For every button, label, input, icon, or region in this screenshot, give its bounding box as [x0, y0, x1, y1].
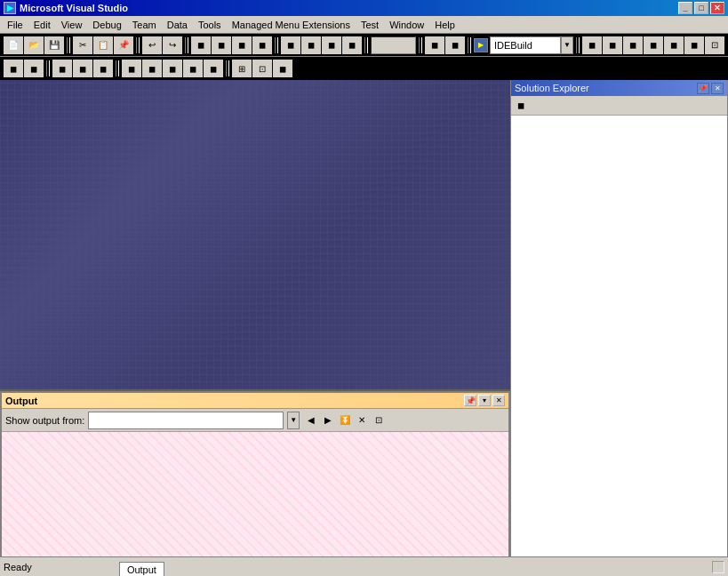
status-indicator [712, 561, 724, 573]
output-title-bar: Output 📌 ▾ ✕ [2, 393, 508, 409]
tb2-b10[interactable]: ◼ [204, 60, 223, 77]
title-bar: ▶ Microsoft Visual Studio _ □ ✕ [0, 0, 728, 16]
app-window: ▶ Microsoft Visual Studio _ □ ✕ File Edi… [0, 0, 728, 576]
tb-b9[interactable]: ◼ [425, 36, 444, 54]
tb-b15[interactable]: ◼ [664, 36, 684, 54]
tb2-b6[interactable]: ◼ [122, 60, 141, 77]
app-icon: ▶ [4, 2, 16, 14]
tb-sep7 [468, 37, 471, 53]
output-source-dropdown-arrow[interactable]: ▼ [287, 412, 300, 429]
tb2-b13[interactable]: ◼ [273, 60, 292, 77]
tb-copy[interactable]: 📋 [93, 36, 113, 54]
output-tb-b2[interactable]: ▶ [320, 412, 336, 428]
tb-b5[interactable]: ◼ [281, 36, 300, 54]
output-content[interactable] [2, 432, 508, 558]
tb-cut[interactable]: ✂ [73, 36, 92, 54]
output-toolbar: Show output from: ▼ ◀ ▶ ⏬ ✕ ⊡ [2, 409, 508, 432]
menu-file[interactable]: File [2, 18, 28, 32]
solution-explorer-title-text: Solution Explorer [515, 83, 589, 93]
tb-save[interactable]: 💾 [44, 36, 64, 54]
tb-redo[interactable]: ↪ [163, 36, 182, 54]
solution-explorer-panel: Solution Explorer 📌 ✕ ◼ [510, 80, 728, 576]
output-toolbar-buttons: ◀ ▶ ⏬ ✕ ⊡ [303, 412, 387, 428]
tb-b3[interactable]: ◼ [232, 36, 252, 54]
solution-explorer-content[interactable] [511, 116, 727, 575]
tb2-b3[interactable]: ◼ [52, 60, 72, 77]
tb-b4[interactable]: ◼ [252, 36, 272, 54]
output-from-label: Show output from: [5, 415, 84, 426]
menu-window[interactable]: Window [384, 18, 429, 32]
menu-edit[interactable]: Edit [28, 18, 56, 32]
menu-tools[interactable]: Tools [193, 18, 227, 32]
editor-area[interactable] [0, 80, 510, 389]
menu-team[interactable]: Team [127, 18, 162, 32]
output-panel: Output 📌 ▾ ✕ Show output from: ▼ ◀ [0, 391, 510, 558]
menu-help[interactable]: Help [429, 18, 460, 32]
tab-output-label: Output [127, 564, 156, 575]
output-pin-button[interactable]: 📌 [464, 395, 476, 406]
menu-managed[interactable]: Managed Menu Extensions [227, 18, 356, 32]
se-title-controls: 📌 ✕ [697, 83, 724, 94]
output-title-text: Output [5, 396, 37, 406]
tb2-b5[interactable]: ◼ [93, 60, 113, 77]
output-float-button[interactable]: ▾ [478, 395, 491, 406]
tb-b13[interactable]: ◼ [623, 36, 643, 54]
minimize-button[interactable]: _ [678, 2, 692, 14]
left-panel: Output 📌 ▾ ✕ Show output from: ▼ ◀ [0, 80, 510, 576]
output-tb-b1[interactable]: ◀ [303, 412, 319, 428]
tb2-b7[interactable]: ◼ [142, 60, 162, 77]
tb-sep6 [419, 37, 422, 53]
tb-b12[interactable]: ◼ [603, 36, 622, 54]
build-config-value: IDEBuild [494, 40, 532, 51]
tb2-b9[interactable]: ◼ [183, 60, 203, 77]
close-button[interactable]: ✕ [710, 2, 724, 14]
tb-b8[interactable]: ◼ [342, 36, 362, 54]
tb2-b1[interactable]: ◼ [4, 60, 23, 77]
window-controls: _ □ ✕ [678, 2, 724, 14]
maximize-button[interactable]: □ [694, 2, 708, 14]
output-close-button[interactable]: ✕ [492, 395, 505, 406]
output-section: Output 📌 ▾ ✕ Show output from: ▼ ◀ [0, 389, 510, 576]
tb-open[interactable]: 📂 [24, 36, 44, 54]
tb-new[interactable]: 📄 [4, 36, 23, 54]
menu-data[interactable]: Data [162, 18, 193, 32]
tb2-b2[interactable]: ◼ [24, 60, 44, 77]
tb-b16[interactable]: ◼ [684, 36, 704, 54]
tb-b11[interactable]: ◼ [582, 36, 602, 54]
tb2-sep3 [226, 60, 229, 76]
se-close-button[interactable]: ✕ [711, 83, 724, 94]
menu-debug[interactable]: Debug [87, 18, 126, 32]
tb-b17[interactable]: ⊡ [705, 36, 724, 54]
build-config-dropdown[interactable]: IDEBuild [490, 36, 561, 54]
window-title: Microsoft Visual Studio [20, 3, 128, 13]
se-tb-b1[interactable]: ◼ [513, 98, 529, 114]
output-source-dropdown[interactable] [88, 412, 284, 429]
menu-view[interactable]: View [56, 18, 88, 32]
tb-paste[interactable]: 📌 [114, 36, 133, 54]
tb2-b11[interactable]: ⊞ [232, 60, 252, 77]
tb2-b12[interactable]: ⊡ [252, 60, 272, 77]
build-config-arrow[interactable]: ▼ [561, 36, 573, 54]
tb-sep4 [275, 37, 278, 53]
menu-test[interactable]: Test [356, 18, 384, 32]
solution-explorer-title: Solution Explorer 📌 ✕ [511, 80, 727, 96]
se-pin-button[interactable]: 📌 [697, 83, 709, 94]
tb-sep5 [364, 37, 368, 53]
tb-b14[interactable]: ◼ [644, 36, 663, 54]
status-text: Ready [4, 562, 712, 572]
tb-b6[interactable]: ◼ [301, 36, 321, 54]
output-tb-b5[interactable]: ⊡ [371, 412, 387, 428]
tb-undo[interactable]: ↩ [142, 36, 162, 54]
tb-b1[interactable]: ◼ [191, 36, 211, 54]
tab-output[interactable]: Output [119, 562, 164, 576]
content-area: Output 📌 ▾ ✕ Show output from: ▼ ◀ [0, 80, 728, 576]
tb-b7[interactable]: ◼ [322, 36, 341, 54]
tb2-b4[interactable]: ◼ [73, 60, 92, 77]
tb-sep8 [576, 37, 580, 53]
tb-sep2 [136, 37, 140, 53]
output-tb-b4[interactable]: ✕ [354, 412, 370, 428]
output-tb-b3[interactable]: ⏬ [337, 412, 353, 428]
tb-b10[interactable]: ◼ [445, 36, 465, 54]
tb2-b8[interactable]: ◼ [163, 60, 182, 77]
tb-b2[interactable]: ◼ [212, 36, 231, 54]
